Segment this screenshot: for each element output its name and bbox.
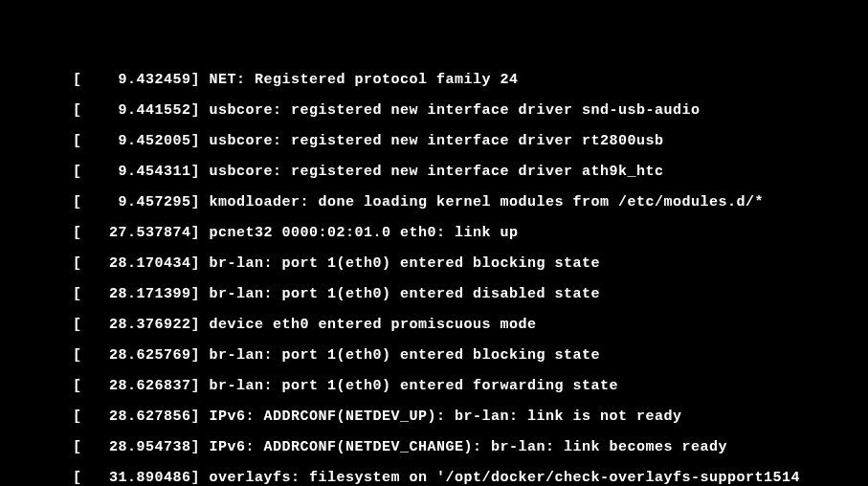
log-line: [ 9.441552] usbcore: registered new inte… xyxy=(73,103,868,119)
log-line: [ 9.452005] usbcore: registered new inte… xyxy=(73,134,868,149)
log-line: [ 28.170434] br-lan: port 1(eth0) entere… xyxy=(73,256,868,272)
log-line: [ 9.457295] kmodloader: done loading ker… xyxy=(73,195,868,210)
log-line: [ 27.537874] pcnet32 0000:02:01.0 eth0: … xyxy=(73,226,868,241)
log-line: [ 31.890486] overlayfs: filesystem on '/… xyxy=(73,471,868,486)
log-line: [ 28.626837] br-lan: port 1(eth0) entere… xyxy=(73,379,868,394)
log-line: [ 28.171399] br-lan: port 1(eth0) entere… xyxy=(73,287,868,302)
log-line: [ 28.954738] IPv6: ADDRCONF(NETDEV_CHANG… xyxy=(73,440,868,455)
log-line: [ 28.376922] device eth0 entered promisc… xyxy=(73,318,868,333)
log-line: [ 9.454311] usbcore: registered new inte… xyxy=(73,165,868,180)
log-line: [ 28.625769] br-lan: port 1(eth0) entere… xyxy=(73,348,868,364)
terminal-output: [ 9.432459] NET: Registered protocol fam… xyxy=(0,0,868,486)
log-line: [ 28.627856] IPv6: ADDRCONF(NETDEV_UP): … xyxy=(73,409,868,425)
log-line: [ 9.432459] NET: Registered protocol fam… xyxy=(73,73,868,88)
